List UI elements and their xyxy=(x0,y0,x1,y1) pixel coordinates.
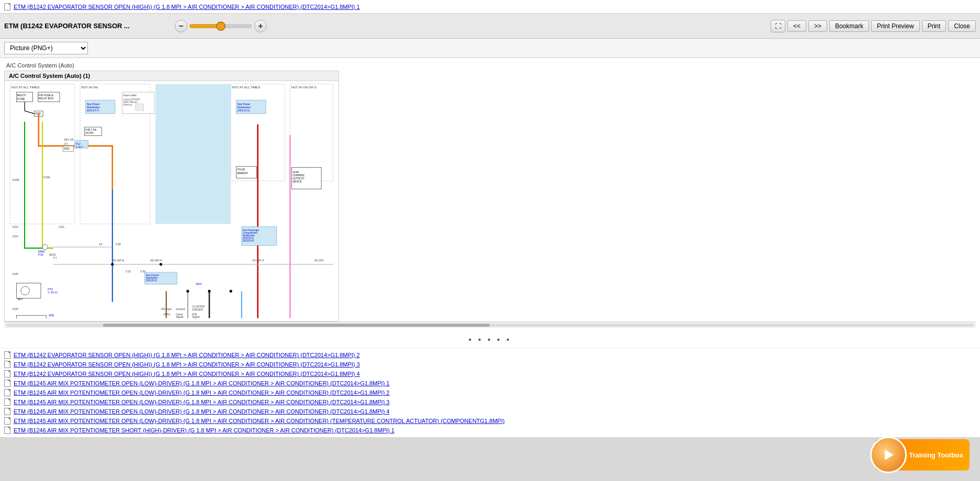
svg-text:M33: M33 xyxy=(49,314,54,317)
svg-rect-73 xyxy=(17,315,47,318)
fullscreen-button[interactable]: ⛶ xyxy=(771,20,785,32)
svg-text:0.58: 0.58 xyxy=(116,243,121,246)
main-content: A/C Control System (Auto) A/C Control Sy… xyxy=(0,58,980,437)
zoom-slider[interactable] xyxy=(189,24,252,28)
bookmark-button[interactable]: Bookmark xyxy=(829,20,869,32)
svg-rect-6 xyxy=(290,84,333,181)
svg-text:3.0W: 3.0W xyxy=(12,178,19,181)
svg-text:LEAK: LEAK xyxy=(293,171,300,174)
zoom-control: − + xyxy=(175,20,267,32)
svg-text:Fuse Label: Fuse Label xyxy=(123,94,136,97)
svg-text:(SD120-2): (SD120-2) xyxy=(146,279,157,282)
pagination-indicator: • • • • • xyxy=(469,335,512,344)
doc-icon-1 xyxy=(4,351,10,359)
svg-text:HOT AT ALL TIMES: HOT AT ALL TIMES xyxy=(232,85,260,89)
doc-icon-9 xyxy=(4,427,10,434)
breadcrumb-bar: ETM (B1242 EVAPORATOR SENSOR OPEN (HIGH)… xyxy=(0,0,980,14)
svg-marker-149 xyxy=(885,450,894,460)
doc-icon-8 xyxy=(4,417,10,425)
doc-icon-3 xyxy=(4,370,10,377)
svg-rect-8 xyxy=(155,84,228,224)
link-3[interactable]: ETM (B1242 EVAPORATOR SENSOR OPEN (HIGH)… xyxy=(14,371,360,377)
svg-text:(SD110-7): (SD110-7) xyxy=(86,109,99,112)
doc-icon-4 xyxy=(4,380,10,387)
print-preview-button[interactable]: Print Preview xyxy=(871,20,920,32)
format-select[interactable]: Picture (PNG+) Picture (PNG) Vector (SVG… xyxy=(4,42,88,54)
list-item: ETM (B1245 AIR MIX POTENTIOMETER OPEN (L… xyxy=(4,379,976,388)
link-5[interactable]: ETM (B1245 AIR MIX POTENTIOMETER OPEN (L… xyxy=(14,390,390,396)
list-item: ETM (B1245 AIR MIX POTENTIOMETER OPEN (L… xyxy=(4,397,976,407)
diagram-section-label: A/C Control System (Auto) xyxy=(4,62,976,68)
link-6[interactable]: ETM (B1245 AIR MIX POTENTIOMETER OPEN (L… xyxy=(14,399,390,405)
prev-prev-button[interactable]: << xyxy=(787,20,806,32)
svg-text:GE02: GE02 xyxy=(49,253,55,256)
link-9[interactable]: ETM (B1246 AIR MIX POTENTIOMETER SHORT (… xyxy=(14,427,395,433)
fullscreen-icon: ⛶ xyxy=(775,22,781,30)
svg-text:ESG: ESG xyxy=(64,147,70,150)
breadcrumb-link[interactable]: ETM (B1242 EVAPORATOR SENSOR OPEN (HIGH)… xyxy=(14,4,360,10)
toolbar-right: ⛶ << >> Bookmark Print Preview Print Clo… xyxy=(771,20,976,32)
svg-text:P.57: P.57 xyxy=(48,288,53,291)
list-item: ETM (B1242 EVAPORATOR SENSOR OPEN (HIGH)… xyxy=(4,350,976,360)
svg-text:Ground: Ground xyxy=(176,307,185,311)
pagination-dots: • • • • • xyxy=(0,332,980,348)
svg-text:3.0P: 3.0P xyxy=(12,272,18,276)
svg-text:0.5W: 0.5W xyxy=(43,176,50,179)
diagram-section: A/C Control System (Auto) A/C Control Sy… xyxy=(0,58,980,332)
format-bar: Picture (PNG+) Picture (PNG) Vector (SVG… xyxy=(0,39,980,58)
svg-text:MEMORY: MEMORY xyxy=(238,172,249,175)
training-toolbox-label: Training Toolbox xyxy=(909,451,963,459)
page-title: ETM (B1242 EVAPORATOR SENSOR ... xyxy=(4,22,161,30)
link-2[interactable]: ETM (B1242 EVAPORATOR SENSOR OPEN (HIGH)… xyxy=(14,361,360,368)
svg-text:ON Input: ON Input xyxy=(161,307,172,311)
list-item: ETM (B1246 AIR MIX POTENTIOMETER SHORT (… xyxy=(4,426,976,435)
links-section: ETM (B1242 EVAPORATOR SENSOR OPEN (HIGH)… xyxy=(0,348,980,437)
wiring-diagram-svg: HOT AT ALL TIMES HOT IN ON HOT AT ALL TI… xyxy=(5,81,339,318)
svg-text:RELAY BOX: RELAY BOX xyxy=(39,97,54,100)
svg-text:P.12: P.12 xyxy=(76,143,81,145)
svg-text:(SD110-2): (SD110-2) xyxy=(238,109,250,112)
link-4[interactable]: ETM (B1245 AIR MIX POTENTIOMETER OPEN (L… xyxy=(14,380,390,386)
svg-text:P.33: P.33 xyxy=(38,253,43,256)
training-toolbox[interactable]: Training Toolbox xyxy=(875,439,970,471)
training-toolbox-logo xyxy=(870,437,907,473)
svg-point-101 xyxy=(230,290,232,292)
breadcrumb-doc-icon xyxy=(4,3,10,10)
svg-rect-39 xyxy=(136,104,143,110)
scrollbar-thumb xyxy=(103,324,490,327)
svg-text:CLUSTER: CLUSTER xyxy=(192,305,205,308)
svg-text:DEVICE: DEVICE xyxy=(293,180,302,183)
link-7[interactable]: ETM (B1245 AIR MIX POTENTIOMETER OPEN (L… xyxy=(14,408,390,415)
svg-text:28 U/P-H: 28 U/P-H xyxy=(150,259,162,262)
diagram-container: A/C Control System (Auto) (1) HOT AT ALL… xyxy=(4,71,339,322)
svg-text:AUTOCUT: AUTOCUT xyxy=(293,177,305,180)
link-8[interactable]: ETM (B1245 AIR MIX POTENTIOMETER OPEN (L… xyxy=(14,418,504,424)
svg-text:(SD120-6): (SD120-6) xyxy=(243,239,254,242)
svg-text:EM61: EM61 xyxy=(38,250,46,253)
zoom-out-button[interactable]: − xyxy=(175,20,187,32)
svg-text:Distribution: Distribution xyxy=(238,106,251,109)
next-next-button[interactable]: >> xyxy=(808,20,827,32)
svg-text:Signal: Signal xyxy=(192,315,199,318)
diagram-scrollbar[interactable] xyxy=(4,322,976,328)
svg-text:See Power: See Power xyxy=(238,102,251,106)
svg-text:3.0V: 3.0V xyxy=(12,225,18,228)
svg-point-99 xyxy=(186,290,189,292)
scrollbar-track xyxy=(6,324,974,327)
svg-text:2.0G: 2.0G xyxy=(59,225,64,228)
svg-text:M27: M27 xyxy=(18,297,23,301)
page-wrapper: ETM (B1242 EVAPORATOR SENSOR OPEN (HIGH)… xyxy=(0,0,980,481)
svg-point-97 xyxy=(111,263,114,266)
link-1[interactable]: ETM (B1242 EVAPORATOR SENSOR OPEN (HIGH)… xyxy=(14,352,360,358)
list-item: ETM (B1245 AIR MIX POTENTIOMETER OPEN (L… xyxy=(4,407,976,416)
zoom-in-button[interactable]: + xyxy=(254,20,267,32)
doc-icon-7 xyxy=(4,408,10,415)
svg-point-55 xyxy=(42,244,48,249)
svg-text:FUSE: FUSE xyxy=(17,97,25,100)
svg-text:26 U/P-: 26 U/P- xyxy=(314,259,324,262)
svg-text:P:2: P:2 xyxy=(53,257,57,259)
close-button[interactable]: Close xyxy=(948,20,976,32)
print-button[interactable]: Print xyxy=(922,20,947,32)
svg-text:HOT IN ON: HOT IN ON xyxy=(81,85,98,89)
svg-rect-9 xyxy=(228,84,231,224)
